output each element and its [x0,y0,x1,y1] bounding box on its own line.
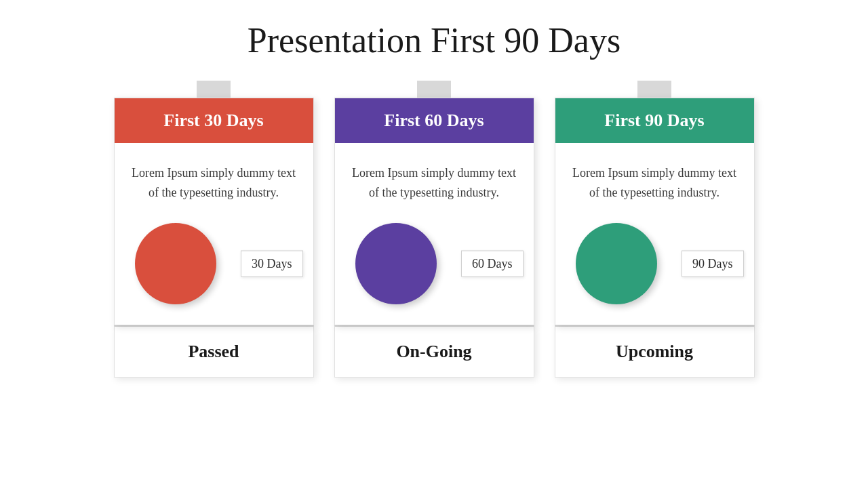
circle-area-60: 60 Days [335,223,534,304]
card-wrapper-30: First 30 Days Lorem Ipsum simply dummy t… [114,81,314,378]
circle-area-30: 30 Days [115,223,313,304]
card-body-30: Lorem Ipsum simply dummy text of the typ… [115,143,313,216]
circle-label-30: 30 Days [241,250,303,277]
circle-30 [135,223,216,304]
circle-90 [576,223,657,304]
card-title-30: First 30 Days [163,110,263,130]
status-label-60: On-Going [396,342,471,361]
card-header-90: First 90 Days [555,98,754,143]
circle-area-90: 90 Days [555,223,754,304]
card-title-90: First 90 Days [604,110,704,130]
card-header-30: First 30 Days [115,98,313,143]
card-60: First 60 Days Lorem Ipsum simply dummy t… [334,98,534,325]
card-wrapper-90: First 90 Days Lorem Ipsum simply dummy t… [555,81,755,378]
cards-container: First 30 Days Lorem Ipsum simply dummy t… [41,81,827,378]
card-body-90: Lorem Ipsum simply dummy text of the typ… [555,143,754,216]
card-header-60: First 60 Days [335,98,534,143]
card-30: First 30 Days Lorem Ipsum simply dummy t… [114,98,314,325]
status-label-30: Passed [188,342,239,361]
page-title: Presentation First 90 Days [248,20,620,60]
circle-label-90: 90 Days [682,250,744,277]
status-tab-90: Upcoming [555,325,755,378]
card-title-60: First 60 Days [384,110,484,130]
card-90: First 90 Days Lorem Ipsum simply dummy t… [555,98,755,325]
status-label-90: Upcoming [616,342,693,361]
top-stub-30 [197,81,231,98]
status-tab-30: Passed [114,325,314,378]
top-stub-90 [637,81,671,98]
circle-60 [355,223,437,304]
page: Presentation First 90 Days First 30 Days… [0,0,868,488]
card-wrapper-60: First 60 Days Lorem Ipsum simply dummy t… [334,81,534,378]
status-tab-60: On-Going [334,325,534,378]
card-body-60: Lorem Ipsum simply dummy text of the typ… [335,143,534,216]
circle-label-60: 60 Days [461,250,524,277]
top-stub-60 [417,81,451,98]
